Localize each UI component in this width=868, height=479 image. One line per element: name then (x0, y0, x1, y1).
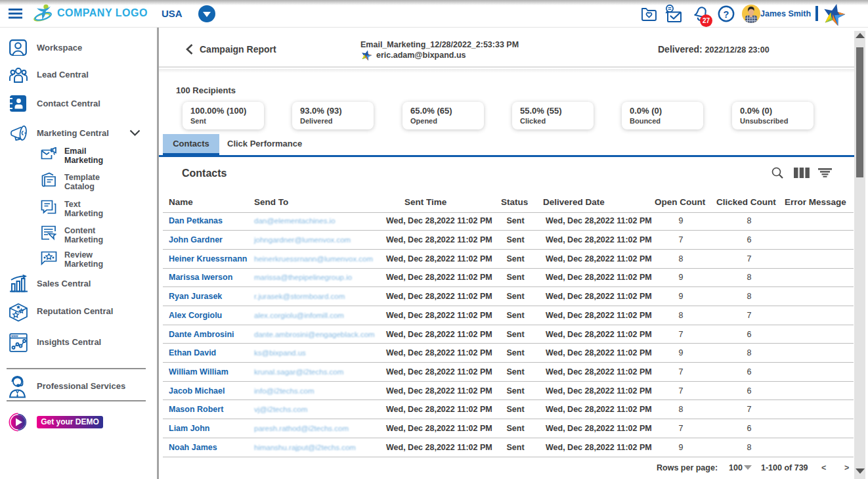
svg-text:?: ? (724, 9, 729, 20)
svg-text:www: www (11, 334, 18, 338)
